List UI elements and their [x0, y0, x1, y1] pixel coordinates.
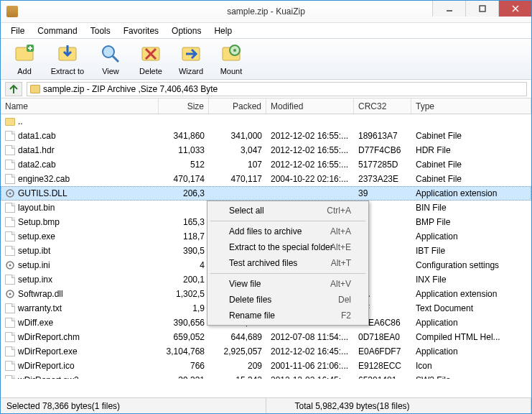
- tool-extract[interactable]: Extract to: [45, 40, 90, 78]
- file-size: 1,302,5: [159, 289, 209, 299]
- table-row[interactable]: data2.cab5121072012-12-02 16:55:...51772…: [1, 157, 531, 172]
- file-modified: 2012-12-02 16:45:...: [266, 346, 354, 356]
- context-rename-file[interactable]: Rename fileF2: [209, 308, 367, 323]
- file-type: Icon: [411, 361, 531, 371]
- table-row[interactable]: GUTILS.DLL206,339Application extension: [1, 186, 531, 201]
- path-box[interactable]: sample.zip - ZIP Archive ,Size 7,406,463…: [27, 82, 527, 96]
- file-modified: 2001-11-06 21:06:...: [266, 361, 354, 371]
- table-row[interactable]: wDirReport.exe3,104,7682,925,0572012-12-…: [1, 344, 531, 359]
- file-size: 470,174: [159, 174, 209, 184]
- context-delete-files[interactable]: Delete filesDel: [209, 292, 367, 308]
- context-extract-to-the-special-folder[interactable]: Extract to the special folderAlt+E: [209, 239, 367, 255]
- context-view-file[interactable]: View fileAlt+V: [209, 276, 367, 292]
- header-type[interactable]: Type: [411, 98, 531, 114]
- menu-shortcut: Alt+E: [330, 242, 351, 252]
- menu-favorites[interactable]: Favorites: [118, 24, 164, 37]
- file-crc: 65301481: [354, 375, 411, 379]
- file-type: BMP File: [411, 217, 531, 227]
- file-name: wDirReport.sw2: [18, 375, 79, 379]
- menu-file[interactable]: File: [5, 24, 30, 37]
- menu-label: Add files to archive: [229, 226, 302, 236]
- table-row[interactable]: data1.cab341,860341,0002012-12-02 16:55:…: [1, 129, 531, 143]
- tool-delete[interactable]: Delete: [131, 40, 170, 78]
- tool-label: Mount: [220, 67, 243, 75]
- context-test-archived-files[interactable]: Test archived filesAlt+T: [209, 255, 367, 271]
- tool-add[interactable]: Add: [5, 40, 44, 78]
- file-crc: E0A6FDF7: [354, 346, 411, 356]
- maximize-button[interactable]: [465, 1, 498, 17]
- menu-shortcut: Alt+A: [330, 226, 351, 236]
- menu-help[interactable]: Help: [208, 24, 238, 37]
- file-type: Cabinet File: [411, 131, 531, 141]
- file-icon: [5, 203, 15, 213]
- table-row[interactable]: ..: [1, 114, 531, 129]
- file-modified: 2012-12-02 16:45:...: [266, 375, 354, 379]
- svg-rect-1: [480, 6, 485, 12]
- window-title: sample.zip - KuaiZip: [227, 6, 305, 17]
- wizard-icon: [179, 42, 202, 65]
- menu-label: Delete files: [229, 295, 271, 305]
- menu-label: Rename file: [229, 310, 275, 321]
- close-button[interactable]: [498, 1, 531, 17]
- file-icon: [5, 346, 15, 356]
- file-size: 390,5: [159, 246, 209, 256]
- header-packed[interactable]: Packed: [209, 98, 266, 114]
- file-type: Cabinet File: [411, 174, 531, 184]
- file-size: 390,656: [159, 318, 209, 328]
- titlebar: sample.zip - KuaiZip: [1, 1, 531, 22]
- toolbar: AddExtract toViewDeleteWizardMount: [1, 38, 531, 80]
- file-type: Cabinet File: [411, 160, 531, 170]
- header-size[interactable]: Size: [159, 98, 209, 114]
- tool-label: Add: [17, 67, 32, 75]
- file-icon: [5, 160, 15, 170]
- minimize-button[interactable]: [432, 1, 465, 17]
- file-packed: 107: [209, 160, 266, 170]
- file-type: Application extension: [411, 289, 531, 299]
- table-row[interactable]: wDirReport.chm659,052644,6892012-07-08 1…: [1, 330, 531, 344]
- file-packed: 644,689: [209, 332, 266, 342]
- tool-view[interactable]: View: [91, 40, 130, 78]
- file-type: Application: [411, 231, 531, 242]
- file-name: wDirReport.ico: [18, 361, 75, 371]
- menu-command[interactable]: Command: [32, 24, 83, 37]
- file-icon: [5, 361, 15, 371]
- file-modified: 2012-07-08 11:54:...: [266, 332, 354, 342]
- file-name: setup.ini: [18, 260, 50, 270]
- menu-label: Test archived files: [229, 258, 297, 268]
- menu-tools[interactable]: Tools: [85, 24, 116, 37]
- nav-up-button[interactable]: [5, 82, 22, 96]
- extract-icon: [56, 42, 79, 65]
- context-select-all[interactable]: Select allCtrl+A: [209, 203, 367, 218]
- menu-shortcut: F2: [341, 310, 351, 321]
- menu-shortcut: Alt+T: [331, 258, 351, 268]
- file-packed: 2,925,057: [209, 346, 266, 356]
- file-type: Configuration settings: [411, 260, 531, 270]
- file-type: INX File: [411, 275, 531, 285]
- table-row[interactable]: wDirReport.sw239,33115,3422012-12-02 16:…: [1, 373, 531, 379]
- tool-mount[interactable]: Mount: [212, 40, 251, 78]
- tool-wizard[interactable]: Wizard: [172, 40, 210, 78]
- table-row[interactable]: data1.hdr11,0333,0472012-12-02 16:55:...…: [1, 143, 531, 157]
- table-row[interactable]: engine32.cab470,174470,1172004-10-22 02:…: [1, 172, 531, 186]
- context-add-files-to-archive[interactable]: Add files to archiveAlt+A: [209, 224, 367, 239]
- file-size: 341,860: [159, 131, 209, 141]
- file-size: 659,052: [159, 332, 209, 342]
- file-size: 165,3: [159, 217, 209, 227]
- header-name[interactable]: Name: [1, 98, 159, 114]
- header-modified[interactable]: Modified: [266, 98, 354, 114]
- file-size: 1,9: [159, 303, 209, 313]
- file-packed: 470,117: [209, 174, 266, 184]
- app-icon: [6, 6, 18, 17]
- header-crc32[interactable]: CRC32: [354, 98, 411, 114]
- table-row[interactable]: wDirReport.ico7662092001-11-06 21:06:...…: [1, 359, 531, 373]
- menu-shortcut: Ctrl+A: [327, 206, 351, 216]
- file-type: Compiled HTML Hel...: [411, 332, 531, 342]
- file-name: setup.inx: [18, 275, 52, 285]
- tool-label: Extract to: [51, 67, 84, 75]
- file-size: 11,033: [159, 145, 209, 155]
- menu-shortcut: Alt+V: [330, 279, 351, 289]
- tool-label: Wizard: [179, 67, 203, 75]
- folder-icon: [30, 85, 40, 93]
- context-menu: Select allCtrl+AAdd files to archiveAlt+…: [207, 201, 369, 326]
- menu-options[interactable]: Options: [166, 24, 207, 37]
